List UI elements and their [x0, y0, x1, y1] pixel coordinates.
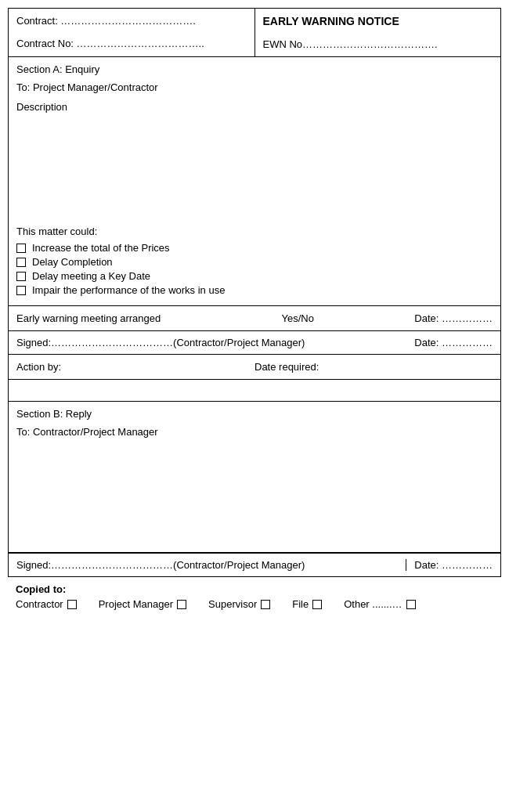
copied-to-items: Contractor Project Manager Supervisor Fi…: [16, 598, 493, 610]
section-b-to: To: Contractor/Project Manager: [16, 426, 493, 438]
copied-item-other-label: Other .......…: [344, 598, 402, 610]
header-row: Contract: …………………………………. Contract No: ………: [9, 9, 500, 57]
copied-item-contractor: Contractor: [16, 598, 83, 610]
checkbox-delay-completion[interactable]: [16, 258, 26, 267]
checkbox-item: Delay Completion: [16, 256, 493, 268]
header-right: EARLY WARNING NOTICE EWN No……………………………………: [255, 9, 501, 56]
checkbox-other[interactable]: [406, 600, 416, 609]
section-a-to: To: Project Manager/Contractor: [16, 81, 493, 93]
checkbox-item: Delay meeting a Key Date: [16, 270, 493, 282]
date-required-label: Date required:: [254, 361, 493, 373]
checkbox-list: Increase the total of the Prices Delay C…: [16, 242, 493, 296]
copied-item-other: Other .......…: [344, 598, 421, 610]
section-b-title: Section B: Reply: [16, 408, 493, 420]
meeting-date: Date: ……………: [363, 312, 493, 324]
checkbox-item: Increase the total of the Prices: [16, 242, 493, 254]
copied-item-project-manager-label: Project Manager: [99, 598, 173, 610]
checkbox-delay-key-date[interactable]: [16, 272, 26, 281]
checkbox-impair-performance[interactable]: [16, 286, 26, 295]
signed-date: Date: ……………: [334, 337, 493, 348]
ewn-no-label: EWN No………………………………….: [263, 38, 493, 50]
checkbox-contractor[interactable]: [67, 600, 77, 609]
description-label: Description: [16, 101, 493, 113]
form-container: Contract: …………………………………. Contract No: ………: [8, 8, 501, 577]
checkbox-supervisor[interactable]: [261, 600, 270, 609]
signed-label: Signed:………………………………(Contractor/Project M…: [16, 337, 334, 348]
checkbox-item: Impair the performance of the works in u…: [16, 284, 493, 296]
this-matter-label: This matter could:: [16, 226, 493, 237]
copied-item-file-label: File: [292, 598, 309, 610]
checkbox-file[interactable]: [312, 600, 322, 609]
header-left: Contract: …………………………………. Contract No: ………: [9, 9, 255, 56]
blank-row: [9, 380, 500, 402]
signed-label-b: Signed:………………………………(Contractor/Project M…: [9, 559, 406, 571]
copied-item-project-manager: Project Manager: [99, 598, 193, 610]
copied-item-file: File: [292, 598, 328, 610]
checkbox-project-manager[interactable]: [177, 600, 186, 609]
copied-to-title: Copied to:: [16, 583, 493, 595]
checkbox-label-delay-completion: Delay Completion: [32, 256, 113, 268]
meeting-yesno: Yes/No: [233, 312, 363, 324]
contract-no-label: Contract No: ………………………………..: [16, 38, 247, 49]
contract-label: Contract: ………………………………….: [16, 15, 247, 27]
action-row: Action by: Date required:: [9, 355, 500, 380]
section-b: Section B: Reply To: Contractor/Project …: [9, 402, 500, 553]
signed-date-b: Date: ……………: [406, 559, 500, 571]
checkbox-increase-prices[interactable]: [16, 244, 26, 253]
meeting-label: Early warning meeting arranged: [16, 312, 233, 324]
meeting-row: Early warning meeting arranged Yes/No Da…: [9, 306, 500, 331]
section-a: Section A: Enquiry To: Project Manager/C…: [9, 57, 500, 306]
copied-item-supervisor-label: Supervisor: [208, 598, 257, 610]
section-a-title: Section A: Enquiry: [16, 63, 493, 75]
checkbox-label-delay-key-date: Delay meeting a Key Date: [32, 270, 150, 282]
signed-row-b: Signed:………………………………(Contractor/Project M…: [9, 553, 500, 576]
checkbox-label-increase-prices: Increase the total of the Prices: [32, 242, 170, 254]
reply-area: [16, 446, 493, 547]
copied-item-supervisor: Supervisor: [208, 598, 276, 610]
ewn-title: EARLY WARNING NOTICE: [263, 15, 493, 27]
description-area: [16, 117, 493, 219]
copied-item-contractor-label: Contractor: [16, 598, 63, 610]
checkbox-label-impair-performance: Impair the performance of the works in u…: [32, 284, 225, 296]
signed-row: Signed:………………………………(Contractor/Project M…: [9, 331, 500, 355]
action-by-label: Action by:: [16, 361, 254, 373]
copied-to-section: Copied to: Contractor Project Manager Su…: [8, 583, 501, 610]
